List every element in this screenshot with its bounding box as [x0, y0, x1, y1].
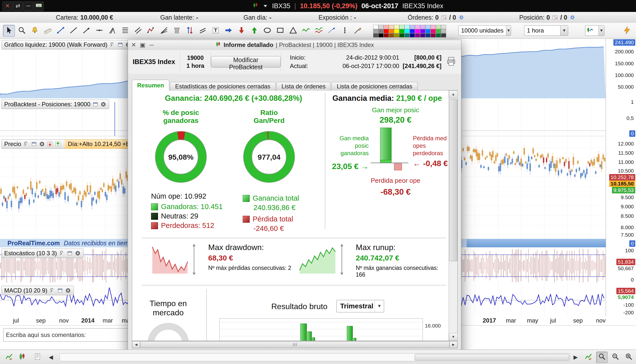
- color-swatch-2-7[interactable]: [410, 33, 415, 38]
- color-swatch-0-6[interactable]: [404, 25, 410, 29]
- color-swatch-1-3[interactable]: [389, 29, 394, 33]
- color-swatch-2-2[interactable]: [384, 33, 389, 38]
- scroll-left-button[interactable]: ◀: [132, 341, 140, 348]
- instrument-dropdown-icon[interactable]: [264, 5, 267, 7]
- orders-grid-icon[interactable]: [441, 14, 447, 20]
- color-swatch-2-0[interactable]: [373, 33, 378, 38]
- tool-arrow-right-button[interactable]: [223, 25, 235, 37]
- dialog-vscrollbar[interactable]: ▲ ▼: [449, 90, 457, 341]
- zoom-in-button[interactable]: [623, 352, 634, 363]
- zoom-edit-button[interactable]: [583, 352, 594, 363]
- dialog-hscrollbar-thumb[interactable]: [140, 342, 449, 348]
- tool-ruler-button[interactable]: [42, 25, 54, 37]
- color-swatch-2-13[interactable]: [441, 33, 446, 38]
- detach-window-icon[interactable]: [67, 250, 73, 256]
- chart-hscrollbar-thumb[interactable]: [415, 354, 569, 360]
- tool-parallel-lines-button[interactable]: [197, 25, 209, 37]
- tool-text-button[interactable]: [210, 25, 222, 37]
- color-swatch-0-9[interactable]: [420, 25, 425, 29]
- tool-vertical-dots-button[interactable]: [339, 25, 351, 37]
- color-swatch-2-6[interactable]: [404, 33, 410, 38]
- tool-segment-button[interactable]: [55, 25, 67, 37]
- realtime-boost-button[interactable]: [621, 25, 633, 37]
- notes-button[interactable]: [32, 352, 43, 363]
- modify-probacktest-button[interactable]: Modificar ProBacktest: [211, 56, 281, 68]
- tab-estadísticas-de-posiciones-cerradas[interactable]: Estadísticas de posiciones cerradas: [170, 82, 276, 91]
- tool-pointer-button[interactable]: [3, 25, 15, 37]
- tool-arrow-up-button[interactable]: [248, 25, 260, 37]
- scroll-left-button[interactable]: ◀: [46, 352, 56, 363]
- color-swatch-0-11[interactable]: [430, 25, 436, 29]
- orders-grid-icon[interactable]: [552, 14, 558, 20]
- tool-pitchfork-button[interactable]: [106, 25, 118, 37]
- tool-ray-button[interactable]: [81, 25, 93, 37]
- color-swatch-0-0[interactable]: [373, 25, 378, 29]
- tool-triangle-button[interactable]: [287, 25, 299, 37]
- edit-indicator-button[interactable]: [4, 352, 15, 363]
- tool-horizontal-line-button[interactable]: [94, 25, 105, 37]
- dialog-vscrollbar-thumb[interactable]: [449, 99, 457, 261]
- tab-lista-de-órdenes[interactable]: Lista de órdenes: [276, 82, 331, 91]
- detach-window-icon[interactable]: [93, 101, 98, 107]
- color-swatch-0-13[interactable]: [441, 25, 446, 29]
- tool-pattern-button[interactable]: [145, 25, 157, 37]
- color-swatch-1-10[interactable]: [425, 29, 430, 33]
- color-swatch-1-1[interactable]: [378, 29, 384, 33]
- add-candle-button[interactable]: [17, 352, 28, 363]
- color-swatch-2-12[interactable]: [436, 33, 441, 38]
- zoom-out-button[interactable]: [610, 352, 621, 363]
- tool-rectangle-button[interactable]: [274, 25, 286, 37]
- color-swatch-0-3[interactable]: [389, 25, 394, 29]
- color-swatch-2-3[interactable]: [389, 33, 394, 38]
- wrench-icon[interactable]: [49, 288, 55, 294]
- gear-icon[interactable]: [569, 14, 576, 20]
- color-swatch-0-10[interactable]: [425, 25, 430, 29]
- topbar-symbol[interactable]: IBX35: [272, 2, 290, 10]
- tab-resumen[interactable]: Resumen: [132, 80, 169, 91]
- tool-delete-button[interactable]: [171, 25, 183, 37]
- scroll-up-button[interactable]: ▲: [449, 90, 458, 98]
- chart-hscrollbar[interactable]: [60, 353, 570, 361]
- color-swatch-1-8[interactable]: [415, 29, 420, 33]
- dialog-hscrollbar[interactable]: ◀ ▶: [132, 341, 458, 348]
- chart-style-button[interactable]: ▼: [585, 25, 604, 36]
- units-dropdown[interactable]: 10000 unidades ▼: [458, 25, 511, 36]
- close-window-button[interactable]: ✕: [3, 2, 13, 11]
- color-swatch-1-11[interactable]: [430, 29, 436, 33]
- color-swatch-0-8[interactable]: [415, 25, 420, 29]
- wrench-icon[interactable]: [109, 42, 115, 48]
- close-panel-icon[interactable]: [39, 141, 45, 147]
- color-swatch-1-0[interactable]: [373, 29, 378, 33]
- tool-ellipse-button[interactable]: [261, 25, 273, 37]
- color-swatch-2-10[interactable]: [425, 33, 430, 38]
- zoom-select-button[interactable]: [596, 352, 608, 363]
- color-swatch-0-4[interactable]: [394, 25, 399, 29]
- color-swatch-2-5[interactable]: [399, 33, 404, 38]
- color-swatch-1-6[interactable]: [404, 29, 410, 33]
- wrench-icon[interactable]: [59, 250, 65, 256]
- tool-pencil-button[interactable]: [352, 25, 364, 37]
- tool-dotted-ray-button[interactable]: [326, 25, 338, 37]
- color-swatch-1-4[interactable]: [394, 29, 399, 33]
- timeframe-dropdown[interactable]: 1 hora ▼: [524, 25, 568, 36]
- color-swatch-0-2[interactable]: [384, 25, 389, 29]
- detach-window-icon[interactable]: [31, 141, 37, 147]
- color-swatch-2-8[interactable]: [415, 33, 420, 38]
- tool-fibonacci-button[interactable]: [119, 25, 131, 37]
- color-swatch-1-2[interactable]: [384, 29, 389, 33]
- detach-window-icon[interactable]: [57, 288, 63, 294]
- tool-double-wave-button[interactable]: [313, 25, 325, 37]
- color-swatch-1-5[interactable]: [399, 29, 404, 33]
- swap-window-button[interactable]: ⇄: [13, 2, 23, 11]
- color-swatch-2-1[interactable]: [378, 33, 384, 38]
- color-swatch-2-4[interactable]: [394, 33, 399, 38]
- close-panel-icon[interactable]: [100, 101, 106, 107]
- tool-zoom-button[interactable]: [16, 25, 28, 37]
- color-swatch-1-12[interactable]: [436, 29, 441, 33]
- color-swatch-1-13[interactable]: [441, 29, 446, 33]
- sell-arrow-icon[interactable]: [47, 141, 53, 147]
- tool-split-arrows-button[interactable]: [184, 25, 196, 37]
- color-swatch-2-11[interactable]: [430, 33, 436, 38]
- color-swatch-1-9[interactable]: [420, 29, 425, 33]
- tool-alarm-button[interactable]: [29, 25, 41, 37]
